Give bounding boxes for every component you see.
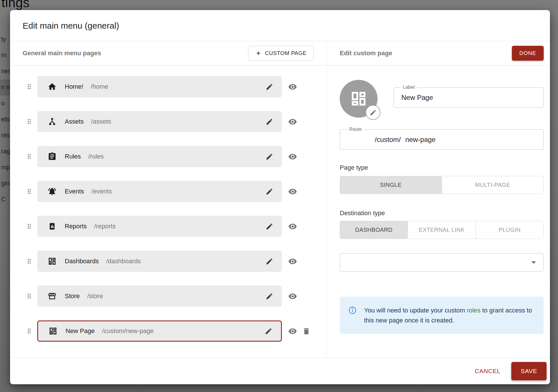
drag-handle-icon[interactable]	[25, 327, 33, 335]
menu-page-route: /events	[91, 188, 112, 195]
edit-pencil-icon[interactable]	[266, 188, 273, 195]
menu-page-row[interactable]: Store /store	[25, 286, 326, 307]
save-button[interactable]: SAVE	[511, 362, 547, 380]
route-field[interactable]: Route /custom/new-page	[340, 129, 544, 150]
edit-pencil-icon[interactable]	[266, 153, 273, 161]
visibility-eye-icon[interactable]	[288, 327, 297, 336]
edit-pencil-icon[interactable]	[266, 292, 273, 300]
rules-icon	[48, 152, 57, 161]
delete-trash-icon[interactable]	[302, 327, 311, 335]
edit-main-menu-dialog: Edit main menu (general) General main me…	[10, 10, 550, 384]
drag-handle-icon[interactable]	[25, 257, 33, 266]
route-field-value: new-page	[405, 136, 435, 143]
menu-page-row[interactable]: New Page /custom/new-page	[25, 320, 326, 342]
menu-page-row-box[interactable]: Assets /assets	[37, 111, 282, 132]
menu-page-row[interactable]: Reports /reports	[25, 216, 326, 237]
menu-page-row-box[interactable]: Events /events	[37, 181, 282, 202]
menu-page-row[interactable]: Assets /assets	[25, 111, 326, 132]
menu-page-row[interactable]: Dashboards /dashboards	[25, 251, 326, 272]
menu-page-row-box[interactable]: Store /store	[37, 286, 282, 307]
edit-custom-page-form: Label New Page Route /custom/new-page Pa…	[327, 66, 550, 334]
background-sidebar-item-fragment: nts	[1, 132, 9, 139]
destination-type-option-plugin[interactable]: PLUGIN	[476, 221, 543, 239]
menu-page-row-box[interactable]: New Page /custom/new-page	[37, 320, 282, 342]
menu-page-route: /reports	[94, 223, 116, 230]
background-page-title-fragment: tings	[1, 0, 30, 10]
custom-page-button[interactable]: CUSTOM PAGE	[248, 46, 314, 61]
background-sidebar-item-fragment: ets	[1, 116, 9, 123]
background-sidebar-item-fragment: ty	[1, 35, 6, 43]
assets-icon	[48, 117, 57, 126]
drag-handle-icon[interactable]	[25, 222, 33, 231]
avatar-and-label-row: Label New Page	[340, 80, 544, 118]
visibility-eye-icon[interactable]	[288, 82, 297, 91]
edit-pencil-icon[interactable]	[266, 83, 273, 91]
menu-page-row[interactable]: Events /events	[25, 181, 326, 202]
menu-page-label: Rules	[65, 153, 81, 160]
drag-handle-icon[interactable]	[25, 82, 33, 91]
menu-page-route: /home	[91, 83, 108, 90]
background-sidebar-item-fragment: o	[1, 100, 5, 107]
page-type-toggle: SINGLEMULTI-PAGE	[340, 176, 544, 194]
edit-pencil-icon	[370, 109, 377, 116]
destination-type-label: Destination type	[340, 209, 544, 217]
menu-page-row[interactable]: Rules /rules	[25, 146, 326, 167]
page-type-label: Page type	[340, 164, 544, 171]
label-field[interactable]: Label New Page	[394, 87, 544, 108]
info-alert-text: You will need to update your custom role…	[364, 305, 536, 325]
menu-page-row[interactable]: Home! /home	[25, 76, 326, 97]
edit-pencil-icon[interactable]	[266, 223, 273, 230]
destination-type-option-external-link[interactable]: EXTERNAL LINK	[408, 221, 476, 239]
edit-pencil-icon[interactable]	[266, 118, 273, 126]
label-field-legend: Label	[401, 84, 417, 90]
destination-type-option-dashboard[interactable]: DASHBOARD	[340, 221, 408, 239]
drag-handle-icon[interactable]	[25, 117, 33, 126]
store-icon	[48, 292, 57, 301]
cancel-button[interactable]: CANCEL	[473, 365, 503, 377]
page-type-option-single[interactable]: SINGLE	[340, 176, 442, 194]
menu-page-row-box[interactable]: Dashboards /dashboards	[37, 251, 282, 272]
background-sidebar-item-fragment: rag	[1, 148, 10, 155]
home-icon	[48, 82, 57, 91]
menu-page-row-box[interactable]: Rules /rules	[37, 146, 282, 167]
done-button[interactable]: DONE	[512, 46, 544, 61]
edit-custom-page-title: Edit custom page	[340, 50, 392, 57]
menu-page-route: /assets	[91, 118, 111, 125]
menu-page-row-box[interactable]: Reports /reports	[37, 216, 282, 237]
visibility-eye-icon[interactable]	[288, 257, 297, 266]
visibility-eye-icon[interactable]	[288, 187, 297, 196]
menu-pages-list: Home! /home Assets /assets Rules /rules	[10, 66, 326, 355]
dashboard-select[interactable]	[340, 253, 544, 272]
background-sidebar-item-fragment: C	[1, 196, 6, 203]
label-field-value: New Page	[394, 94, 433, 102]
visibility-eye-icon[interactable]	[288, 292, 297, 301]
menu-page-label: Reports	[65, 223, 87, 230]
route-prefix: /custom/	[375, 136, 401, 143]
change-icon-button[interactable]	[366, 105, 380, 120]
menu-pages-panel: General main menu pages CUSTOM PAGE Home…	[10, 41, 327, 358]
visibility-eye-icon[interactable]	[288, 117, 297, 126]
page-icon-avatar[interactable]	[340, 80, 378, 118]
menu-page-label: Assets	[65, 118, 84, 125]
menu-page-route: /dashboards	[106, 258, 141, 265]
edit-pencil-icon[interactable]	[266, 258, 273, 265]
drag-handle-icon[interactable]	[25, 187, 33, 196]
roles-link[interactable]: roles	[467, 307, 481, 314]
visibility-eye-icon[interactable]	[288, 152, 297, 161]
edit-pencil-icon[interactable]	[265, 327, 272, 335]
background-sidebar-item-fragment: m	[1, 52, 6, 59]
menu-pages-panel-header: General main menu pages CUSTOM PAGE	[10, 41, 326, 66]
dialog-title: Edit main menu (general)	[10, 10, 550, 41]
drag-handle-icon[interactable]	[25, 152, 33, 161]
plus-icon	[255, 50, 262, 56]
page-type-option-multi-page[interactable]: MULTI-PAGE	[442, 176, 544, 194]
menu-page-label: Home!	[65, 83, 83, 90]
dashboards-icon	[48, 257, 57, 266]
menu-page-label: Store	[65, 292, 80, 300]
screen: tings tymneran moetsntsragmpoginsC Edit …	[0, 0, 558, 392]
events-icon	[48, 187, 57, 196]
drag-handle-icon[interactable]	[25, 292, 33, 300]
dialog-body: General main menu pages CUSTOM PAGE Home…	[10, 41, 550, 358]
menu-page-row-box[interactable]: Home! /home	[37, 76, 282, 97]
visibility-eye-icon[interactable]	[288, 222, 297, 231]
